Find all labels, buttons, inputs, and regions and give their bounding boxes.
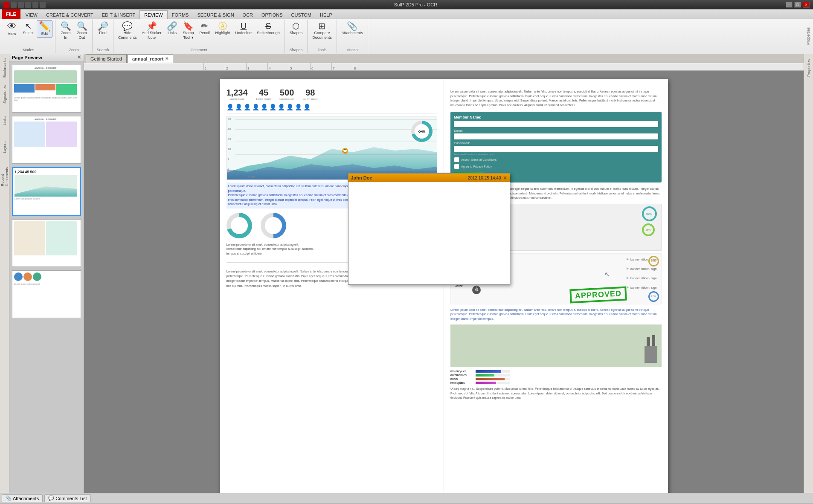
person-9: 👤 bbox=[295, 104, 302, 110]
tab-file[interactable]: FILE bbox=[2, 9, 20, 19]
sidebar-layers[interactable]: Layers bbox=[1, 135, 9, 160]
right-sidebar: Properties bbox=[804, 54, 813, 493]
highlight-btn[interactable]: Ⓐ Highlight bbox=[213, 20, 232, 37]
sidebar-signatures[interactable]: Signatures bbox=[1, 82, 9, 107]
tab-secure-sign[interactable]: SECURE & SIGN bbox=[193, 10, 238, 19]
sidebar-links[interactable]: Links bbox=[1, 108, 9, 134]
add-sticker-btn[interactable]: 📌 Add StickerNote bbox=[140, 20, 164, 41]
doc-content[interactable]: 1,234 Lorem ipsum 45 Lorem ipsum 500 Lor… bbox=[84, 71, 804, 493]
tab-review[interactable]: REVIEW bbox=[139, 10, 167, 19]
flag-3: banner, ribbon, sign bbox=[625, 277, 657, 280]
stamp-tool-icon: 🔖 bbox=[183, 22, 194, 30]
bar-motorcycles: motorcycles bbox=[450, 370, 662, 373]
donut-badge: ON% bbox=[411, 121, 433, 142]
maximize-btn[interactable]: □ bbox=[794, 2, 801, 8]
sidebar-recent-docs[interactable]: Recent Documents bbox=[1, 161, 9, 187]
accept-conditions-label: Accept General Conditions bbox=[461, 158, 497, 161]
tab-annual-report[interactable]: annual_report ✕ bbox=[128, 54, 173, 63]
attachments-tab[interactable]: 📎 Attachments bbox=[2, 494, 43, 502]
popup-close-btn[interactable]: ✕ bbox=[503, 175, 507, 181]
email-label: Email: bbox=[454, 129, 658, 133]
pdf-page: 1,234 Lorem ipsum 45 Lorem ipsum 500 Lor… bbox=[220, 79, 668, 493]
tab-view[interactable]: VIEW bbox=[21, 10, 42, 19]
sidebar-bookmarks[interactable]: Bookmarks bbox=[1, 55, 9, 81]
minimize-btn[interactable]: ─ bbox=[786, 2, 793, 8]
tab-forms[interactable]: FORMS bbox=[168, 10, 193, 19]
ruler-mark-1: 1 bbox=[203, 63, 225, 70]
area-chart: 50 40 30 10 7 5 2008 bbox=[226, 116, 438, 180]
ruler-mark-5: 5 bbox=[289, 63, 310, 70]
compare-documents-btn[interactable]: ⊞ CompareDocuments bbox=[310, 20, 334, 41]
comments-list-tab[interactable]: 💬 Comments List bbox=[44, 494, 90, 502]
stat-45: 45 Lorem ipsum bbox=[256, 88, 271, 100]
links-icon: 🔗 bbox=[167, 22, 177, 30]
links-label: Links bbox=[168, 31, 177, 35]
tab-edit-insert[interactable]: EDIT & INSERT bbox=[98, 10, 139, 19]
find-btn[interactable]: 🔎 Find bbox=[95, 20, 110, 37]
zoom-in-btn[interactable]: 🔍 ZoomIn bbox=[58, 20, 73, 41]
view-btn[interactable]: 👁 View bbox=[4, 20, 20, 38]
properties-toggle[interactable]: Properties bbox=[805, 20, 811, 53]
thumb-img-2: ANNUAL REPORT bbox=[12, 116, 78, 163]
page-thumb-5[interactable]: Lorem ipsum dolor sit amet bbox=[12, 270, 81, 318]
links-btn[interactable]: 🔗 Links bbox=[165, 20, 180, 37]
person-5: 👤 bbox=[261, 104, 268, 110]
select-btn[interactable]: ↖ Select bbox=[20, 20, 36, 37]
ribbon-group-zoom: 🔍 ZoomIn 🔍 ZoomOut Zoom bbox=[55, 20, 93, 53]
stat-98: 98 Lorem ipsum bbox=[303, 88, 318, 100]
stat-45-label: Lorem ipsum bbox=[256, 98, 271, 100]
getting-started-label: Getting Started bbox=[90, 56, 122, 61]
accept-conditions-row: Accept General Conditions bbox=[454, 157, 658, 162]
email-field[interactable] bbox=[454, 133, 658, 139]
tab-getting-started[interactable]: Getting Started bbox=[86, 54, 127, 63]
underline-btn[interactable]: U Underline bbox=[233, 20, 254, 37]
ruler-mark-7: 7 bbox=[331, 63, 353, 70]
pencil-btn[interactable]: ✏ Pencil bbox=[197, 20, 212, 37]
title-bar-controls[interactable]: ─ □ ✕ bbox=[786, 2, 810, 8]
thumb-img-5: Lorem ipsum dolor sit amet bbox=[12, 271, 78, 318]
recent-docs-icon: Recent Documents bbox=[0, 162, 9, 186]
title-bar-icons bbox=[3, 2, 46, 8]
tab-create-convert[interactable]: CREATE & CONVERT bbox=[42, 10, 98, 19]
hide-comments-btn[interactable]: 💬 HideComments bbox=[116, 20, 139, 41]
ribbon-tab-bar: FILE VIEW CREATE & CONVERT EDIT & INSERT… bbox=[0, 9, 813, 19]
tab-ocr[interactable]: OCR bbox=[238, 10, 257, 19]
badge-50: 50% bbox=[642, 206, 657, 221]
privacy-checkbox[interactable] bbox=[454, 164, 459, 169]
password-field[interactable] bbox=[454, 146, 658, 152]
edit-btn[interactable]: ✏️ Edit bbox=[37, 20, 52, 38]
name-field[interactable] bbox=[454, 121, 658, 127]
shapes-label: Shapes bbox=[290, 31, 303, 35]
tab-custom[interactable]: CUSTOM bbox=[287, 10, 316, 19]
shapes-group-label: Shapes bbox=[287, 48, 305, 52]
shapes-btn[interactable]: ⬡ Shapes bbox=[287, 20, 305, 37]
shapes-icon: ⬡ bbox=[292, 22, 299, 30]
page-thumb-1[interactable]: ANNUAL REPORT Lorem ipsum dolor sit amet… bbox=[12, 65, 81, 113]
page-thumb-3[interactable]: 1,234 45 500 Lorem ipsum dolor sit amet bbox=[12, 167, 81, 216]
close-btn[interactable]: ✕ bbox=[803, 2, 810, 8]
accept-conditions-checkbox[interactable] bbox=[454, 157, 459, 162]
zoom-out-btn[interactable]: 🔍 ZoomOut bbox=[74, 20, 90, 41]
tab-close-btn[interactable]: ✕ bbox=[165, 56, 168, 61]
right-sidebar-properties[interactable]: Properties bbox=[805, 55, 813, 81]
zoom-out-label: ZoomOut bbox=[77, 31, 87, 40]
stamp-tool-btn[interactable]: 🔖 StampTool ▾ bbox=[181, 20, 196, 41]
person-7: 👤 bbox=[278, 104, 285, 110]
page-thumb-2[interactable]: ANNUAL REPORT bbox=[12, 116, 81, 164]
popup-content[interactable] bbox=[348, 182, 510, 284]
tab-help[interactable]: HELP bbox=[316, 10, 337, 19]
panel-close-btn[interactable]: ✕ bbox=[77, 55, 81, 60]
y-label-30: 30 bbox=[228, 138, 231, 141]
strikethrough-btn[interactable]: S Strikethrough bbox=[255, 20, 282, 37]
attachments-tab-label: Attachments bbox=[13, 496, 39, 501]
zoom-group-label: Zoom bbox=[58, 48, 90, 52]
stat-45-value: 45 bbox=[256, 88, 271, 98]
shapes-items: ⬡ Shapes bbox=[287, 20, 305, 47]
cursor-icon: ↖ bbox=[604, 270, 610, 278]
flag-2: banner, ribbon, sign bbox=[625, 267, 657, 270]
bar-automobiles-label: automobiles bbox=[450, 374, 474, 377]
page-thumb-4[interactable] bbox=[12, 219, 81, 267]
attachments-icon: 📎 bbox=[347, 22, 357, 30]
tab-options[interactable]: OPTIONS bbox=[257, 10, 287, 19]
attachments-btn[interactable]: 📎 Attachments bbox=[340, 20, 365, 37]
